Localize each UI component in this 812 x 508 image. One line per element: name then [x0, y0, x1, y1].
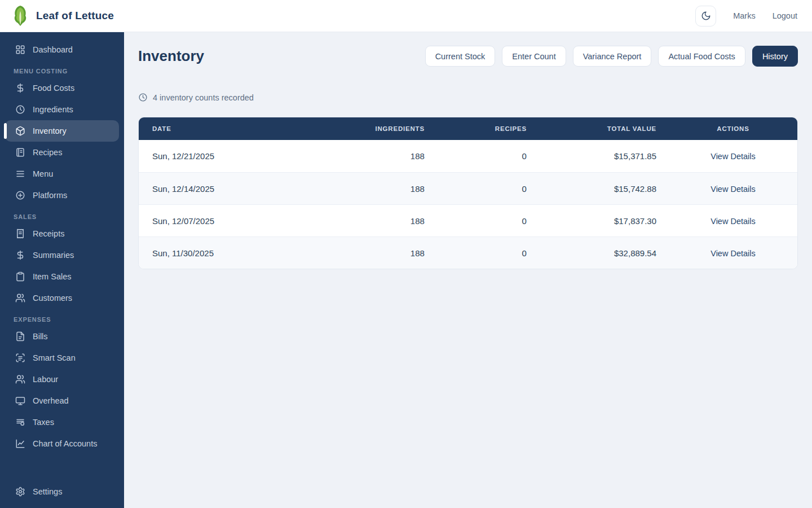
logout-link[interactable]: Logout [773, 11, 797, 20]
view-details-link[interactable]: View Details [710, 185, 756, 194]
sidebar-item-settings[interactable]: Settings [5, 481, 119, 502]
view-details-link[interactable]: View Details [710, 152, 756, 161]
sidebar-item-label: Receipts [33, 229, 64, 238]
sidebar-item-label: Settings [33, 487, 62, 496]
sidebar-item-labour[interactable]: Labour [5, 369, 119, 390]
sidebar-item-label: Overhead [33, 396, 69, 405]
view-details-link[interactable]: View Details [710, 249, 756, 258]
receipt-icon [15, 229, 25, 239]
sidebar-item-label: Item Sales [33, 272, 72, 281]
cell-ingredients: 188 [342, 248, 425, 258]
enter-count-button[interactable]: Enter Count [502, 46, 566, 67]
sidebar-item-platforms[interactable]: Platforms [5, 185, 119, 206]
sidebar-item-dashboard[interactable]: Dashboard [5, 39, 119, 60]
sidebar-item-taxes[interactable]: Taxes [5, 411, 119, 433]
users-icon [15, 374, 25, 384]
variance-report-button[interactable]: Variance Report [573, 46, 652, 67]
taxes-icon [15, 417, 25, 427]
cell-date: Sun, 12/21/2025 [139, 151, 342, 161]
sidebar-item-chart-of-accounts[interactable]: Chart of Accounts [5, 433, 119, 454]
users-icon [15, 293, 25, 303]
cell-recipes: 0 [425, 248, 527, 258]
cell-date: Sun, 11/30/2025 [139, 248, 342, 258]
current-stock-button[interactable]: Current Stock [425, 46, 496, 67]
sidebar-item-label: Platforms [33, 191, 67, 200]
actual-food-costs-button[interactable]: Actual Food Costs [658, 46, 745, 67]
user-menu-link[interactable]: Marks [733, 11, 755, 20]
column-header-recipes: Recipes [425, 125, 527, 132]
monitor-icon [15, 396, 25, 406]
sidebar-item-overhead[interactable]: Overhead [5, 390, 119, 411]
sidebar-item-label: Inventory [33, 126, 67, 135]
clipboard-icon [15, 271, 25, 282]
sidebar-section-label: Sales [14, 213, 111, 220]
cell-recipes: 0 [425, 216, 527, 226]
chart-line-icon [15, 439, 25, 449]
sidebar-item-label: Labour [33, 375, 58, 384]
table-header-row: DateIngredientsRecipesTotal ValueActions [139, 117, 797, 140]
cell-total-value: $15,371.85 [527, 151, 656, 161]
cell-ingredients: 188 [342, 216, 425, 226]
sidebar-item-bills[interactable]: Bills [5, 326, 119, 347]
history-button[interactable]: History [752, 46, 798, 67]
plus-circle-icon [15, 190, 25, 200]
cell-date: Sun, 12/07/2025 [139, 216, 342, 226]
scan-icon [15, 353, 25, 363]
table-body: Sun, 12/21/20251880$15,371.85View Detail… [139, 140, 797, 269]
cell-total-value: $17,837.30 [527, 216, 656, 226]
table-row: Sun, 12/21/20251880$15,371.85View Detail… [139, 140, 797, 172]
sidebar-item-label: Dashboard [33, 45, 73, 54]
sidebar-item-inventory[interactable]: Inventory [5, 120, 119, 142]
cell-date: Sun, 12/14/2025 [139, 184, 342, 194]
sidebar-item-label: Chart of Accounts [33, 439, 97, 448]
view-details-link[interactable]: View Details [710, 217, 756, 226]
main-content: Inventory Current StockEnter CountVarian… [124, 32, 812, 508]
theme-toggle-button[interactable] [695, 6, 716, 27]
dollar-icon [15, 250, 25, 260]
brand-home-link[interactable]: Leaf of Lettuce [11, 5, 114, 27]
sidebar-item-receipts[interactable]: Receipts [5, 223, 119, 244]
sidebar-item-label: Summaries [33, 251, 74, 260]
page-title: Inventory [138, 47, 204, 65]
cell-ingredients: 188 [342, 184, 425, 194]
package-icon [15, 126, 25, 136]
sidebar-item-label: Food Costs [33, 84, 74, 93]
sidebar-item-ingredients[interactable]: Ingredients [5, 99, 119, 120]
sidebar-item-recipes[interactable]: Recipes [5, 142, 119, 163]
sidebar-item-label: Taxes [33, 418, 54, 427]
table-row: Sun, 12/14/20251880$15,742.88View Detail… [139, 172, 797, 204]
sidebar-item-customers[interactable]: Customers [5, 287, 119, 309]
cell-ingredients: 188 [342, 151, 425, 161]
sidebar-item-smart-scan[interactable]: Smart Scan [5, 347, 119, 369]
clock-icon [15, 104, 25, 115]
sidebar-item-label: Menu [33, 169, 53, 178]
column-header-ingredients: Ingredients [342, 125, 425, 132]
brand-name: Leaf of Lettuce [36, 10, 114, 22]
sidebar-footer-nav: Settings [0, 481, 124, 502]
lettuce-logo [11, 5, 29, 27]
sidebar-item-label: Bills [33, 332, 48, 341]
clock-icon [138, 93, 148, 102]
sidebar-item-label: Smart Scan [33, 353, 76, 362]
dashboard-icon [15, 45, 25, 55]
column-header-total-value: Total Value [527, 125, 656, 132]
cell-total-value: $32,889.54 [527, 248, 656, 258]
inventory-history-table: DateIngredientsRecipesTotal ValueActions… [138, 117, 798, 269]
sidebar-item-food-costs[interactable]: Food Costs [5, 77, 119, 99]
sidebar: DashboardMenu CostingFood CostsIngredien… [0, 32, 124, 508]
file-text-icon [15, 331, 25, 341]
sidebar-section-label: Expenses [14, 316, 111, 323]
column-header-date: Date [139, 125, 342, 132]
book-icon [15, 147, 25, 157]
sidebar-item-item-sales[interactable]: Item Sales [5, 266, 119, 287]
table-row: Sun, 11/30/20251880$32,889.54View Detail… [139, 237, 797, 269]
menu-icon [15, 169, 25, 179]
dollar-icon [15, 83, 25, 93]
inventory-count-text: 4 inventory counts recorded [153, 93, 254, 102]
sidebar-item-summaries[interactable]: Summaries [5, 244, 119, 266]
column-header-actions: Actions [656, 125, 797, 132]
sidebar-item-menu[interactable]: Menu [5, 163, 119, 185]
table-row: Sun, 12/07/20251880$17,837.30View Detail… [139, 204, 797, 237]
sidebar-nav: DashboardMenu CostingFood CostsIngredien… [0, 39, 124, 454]
sidebar-item-label: Ingredients [33, 105, 73, 114]
